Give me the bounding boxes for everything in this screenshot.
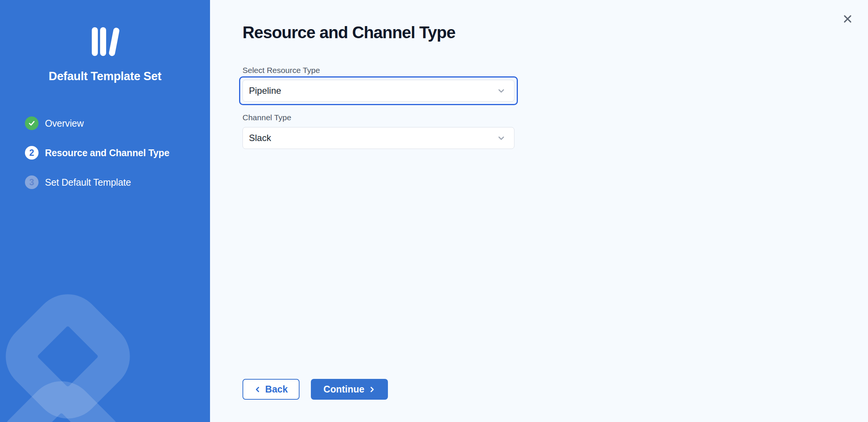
focus-ring: Pipeline <box>239 76 518 105</box>
sidebar-step-resource-and-channel-type[interactable]: 2 Resource and Channel Type <box>25 146 210 160</box>
close-button[interactable] <box>840 11 855 26</box>
channel-type-select[interactable]: Slack <box>242 127 514 149</box>
step-label: Overview <box>45 118 84 129</box>
sidebar-step-overview[interactable]: Overview <box>25 116 210 130</box>
back-button-label: Back <box>265 384 288 395</box>
step-label: Set Default Template <box>45 177 131 188</box>
resource-type-select[interactable]: Pipeline <box>242 80 514 102</box>
wizard-step-list: Overview 2 Resource and Channel Type 3 S… <box>0 116 210 189</box>
continue-button[interactable]: Continue <box>311 379 388 400</box>
resource-type-label: Select Resource Type <box>242 65 868 75</box>
step-label: Resource and Channel Type <box>45 147 169 158</box>
resource-type-field: Select Resource Type Pipeline <box>242 65 868 102</box>
chevron-right-icon <box>369 386 375 393</box>
chevron-down-icon <box>497 86 506 95</box>
app-logo-icon <box>92 27 118 56</box>
back-button[interactable]: Back <box>242 379 300 400</box>
page-title: Resource and Channel Type <box>242 24 868 41</box>
chevron-left-icon <box>254 386 261 393</box>
check-icon <box>25 116 39 130</box>
channel-type-label: Channel Type <box>242 113 868 122</box>
channel-type-value: Slack <box>249 133 271 143</box>
wizard-sidebar: Default Template Set Overview 2 Resource… <box>0 0 210 422</box>
wizard-actions: Back Continue <box>242 379 388 400</box>
step-number-badge: 3 <box>25 175 39 189</box>
channel-type-field: Channel Type Slack <box>242 113 868 149</box>
continue-button-label: Continue <box>323 384 364 395</box>
wizard-modal: Default Template Set Overview 2 Resource… <box>0 0 868 422</box>
sidebar-step-set-default-template[interactable]: 3 Set Default Template <box>25 175 210 189</box>
wizard-title: Default Template Set <box>0 70 210 83</box>
close-icon <box>842 13 853 25</box>
step-number-badge: 2 <box>25 146 39 160</box>
resource-type-value: Pipeline <box>249 85 281 96</box>
chevron-down-icon <box>497 133 506 143</box>
wizard-content: Resource and Channel Type Select Resourc… <box>210 0 868 422</box>
